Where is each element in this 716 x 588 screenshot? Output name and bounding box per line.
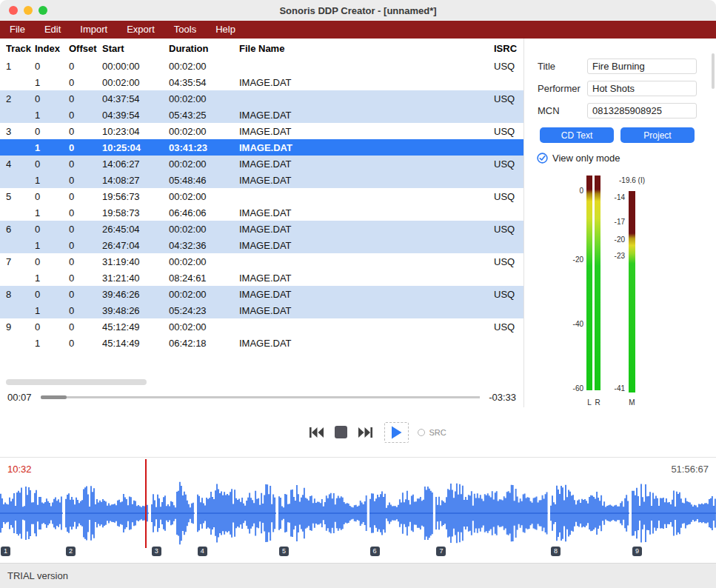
cell-offset: 0 bbox=[69, 191, 102, 202]
track-number-badge: 6 bbox=[370, 547, 380, 556]
zoom-window-button[interactable] bbox=[39, 6, 47, 15]
cell-duration: 00:02:00 bbox=[169, 224, 239, 235]
table-row[interactable]: 70031:19:4000:02:00USQ bbox=[0, 253, 523, 270]
cell-file: IMAGE.DAT bbox=[239, 224, 494, 235]
mcn-field[interactable] bbox=[587, 103, 697, 118]
cell-index: 0 bbox=[35, 61, 69, 72]
column-header-duration[interactable]: Duration bbox=[169, 43, 239, 54]
table-row[interactable]: 60026:45:0400:02:00IMAGE.DATUSQ bbox=[0, 221, 523, 237]
table-row[interactable]: 80039:46:2600:02:00IMAGE.DATUSQ bbox=[0, 286, 523, 302]
project-button[interactable]: Project bbox=[620, 127, 695, 143]
cell-start: 39:48:26 bbox=[102, 305, 169, 316]
waveform-track-segment[interactable]: 6 bbox=[369, 480, 434, 547]
cell-offset: 0 bbox=[69, 93, 102, 104]
src-label: SRC bbox=[429, 428, 446, 437]
table-row[interactable]: 1039:48:2605:24:23IMAGE.DAT bbox=[0, 302, 523, 318]
performer-field[interactable] bbox=[587, 81, 697, 96]
column-header-track[interactable]: Track bbox=[6, 43, 35, 54]
column-header-index[interactable]: Index bbox=[35, 43, 69, 54]
cell-offset: 0 bbox=[69, 273, 102, 284]
table-horizontal-scrollbar[interactable] bbox=[0, 379, 523, 387]
waveform-svg bbox=[550, 480, 629, 547]
panel-scrollbar[interactable] bbox=[712, 53, 715, 89]
mcn-label: MCN bbox=[538, 105, 587, 116]
table-row[interactable]: 20004:37:5400:02:00USQ bbox=[0, 90, 523, 107]
table-row-selected[interactable]: 1010:25:0403:41:23IMAGE.DAT bbox=[0, 139, 523, 156]
cell-index: 1 bbox=[35, 273, 69, 284]
waveform-svg bbox=[632, 480, 716, 547]
app-window: Sonoris DDP Creator - [unnamed*] FileEdi… bbox=[0, 0, 716, 588]
table-row[interactable]: 30010:23:0400:02:00IMAGE.DATUSQ bbox=[0, 123, 523, 139]
title-field[interactable] bbox=[587, 59, 697, 74]
waveform-track-segment[interactable]: 2 bbox=[65, 480, 149, 547]
table-row[interactable]: 1045:14:4906:42:18IMAGE.DAT bbox=[0, 335, 523, 351]
table-row[interactable]: 40014:06:2700:02:00IMAGE.DATUSQ bbox=[0, 156, 523, 172]
table-row[interactable]: 90045:12:4900:02:00USQ bbox=[0, 318, 523, 335]
scrollbar-thumb[interactable] bbox=[6, 379, 147, 385]
cell-start: 14:06:27 bbox=[102, 158, 169, 170]
cell-start: 19:58:73 bbox=[102, 207, 169, 218]
seek-slider[interactable] bbox=[41, 395, 481, 399]
table-empty-space bbox=[0, 351, 523, 379]
view-only-check-icon[interactable] bbox=[537, 153, 548, 164]
column-header-offset[interactable]: Offset bbox=[69, 43, 102, 54]
cell-duration: 06:42:18 bbox=[169, 338, 239, 349]
cell-isrc: USQ bbox=[494, 224, 523, 235]
waveform-track-segment[interactable]: 3 bbox=[151, 480, 195, 547]
cell-offset: 0 bbox=[69, 158, 102, 170]
table-row[interactable]: 10000:00:0000:02:00USQ bbox=[0, 58, 523, 74]
left-channel-label: L bbox=[586, 398, 592, 407]
cell-index: 0 bbox=[35, 321, 69, 333]
waveform-track-segment[interactable]: 8 bbox=[550, 480, 629, 547]
stop-button[interactable] bbox=[335, 426, 347, 438]
table-row[interactable]: 1026:47:0404:32:36IMAGE.DAT bbox=[0, 237, 523, 253]
table-row[interactable]: 50019:56:7300:02:00USQ bbox=[0, 188, 523, 204]
close-window-button[interactable] bbox=[9, 6, 18, 15]
cell-start: 39:46:26 bbox=[102, 289, 169, 300]
table-row[interactable]: 1019:58:7306:46:06IMAGE.DAT bbox=[0, 204, 523, 221]
table-row[interactable]: 1014:08:2705:48:46IMAGE.DAT bbox=[0, 172, 523, 188]
status-text: TRIAL version bbox=[7, 570, 68, 581]
waveform-track-segment[interactable]: 9 bbox=[632, 480, 716, 547]
minimize-window-button[interactable] bbox=[24, 6, 33, 15]
cell-index: 0 bbox=[35, 256, 69, 267]
menu-edit[interactable]: Edit bbox=[35, 21, 70, 39]
cell-file: IMAGE.DAT bbox=[239, 77, 494, 88]
menu-tools[interactable]: Tools bbox=[164, 21, 206, 39]
cell-track: 1 bbox=[6, 61, 35, 72]
cell-file: IMAGE.DAT bbox=[239, 175, 494, 186]
waveform-track-segment[interactable]: 1 bbox=[0, 480, 63, 547]
column-header-isrc[interactable]: ISRC bbox=[494, 43, 523, 54]
src-radio[interactable] bbox=[418, 429, 425, 436]
cell-duration: 06:46:06 bbox=[169, 207, 239, 218]
cell-index: 0 bbox=[35, 191, 69, 202]
menu-bar: FileEditImportExportToolsHelp bbox=[0, 21, 716, 39]
waveform-track-segment[interactable]: 4 bbox=[197, 480, 276, 547]
waveform-time-row: 10:32 51:56:67 bbox=[0, 458, 716, 480]
waveform-track-segment[interactable]: 7 bbox=[435, 480, 548, 547]
previous-track-button[interactable] bbox=[308, 427, 324, 438]
play-button[interactable] bbox=[384, 422, 409, 443]
cell-isrc: USQ bbox=[494, 93, 523, 104]
menu-file[interactable]: File bbox=[0, 21, 35, 39]
cell-track: 3 bbox=[6, 126, 35, 137]
cell-track: 2 bbox=[6, 93, 35, 104]
cell-start: 14:08:27 bbox=[102, 175, 169, 186]
column-header-file[interactable]: File Name bbox=[239, 43, 494, 54]
cell-duration: 00:02:00 bbox=[169, 321, 239, 333]
waveform-track-segment[interactable]: 5 bbox=[278, 480, 367, 547]
menu-help[interactable]: Help bbox=[206, 21, 245, 39]
menu-import[interactable]: Import bbox=[70, 21, 117, 39]
cell-offset: 0 bbox=[69, 321, 102, 333]
column-header-start[interactable]: Start bbox=[102, 43, 169, 54]
cell-duration: 00:02:00 bbox=[169, 191, 239, 202]
table-row[interactable]: 1031:21:4008:24:61IMAGE.DAT bbox=[0, 270, 523, 286]
table-row[interactable]: 1004:39:5405:43:25IMAGE.DAT bbox=[0, 107, 523, 123]
cd-text-button[interactable]: CD Text bbox=[540, 127, 614, 143]
transport-controls: SRC bbox=[0, 407, 716, 457]
table-row[interactable]: 1000:02:0004:35:54IMAGE.DAT bbox=[0, 74, 523, 90]
next-track-button[interactable] bbox=[358, 427, 374, 438]
cell-offset: 0 bbox=[69, 338, 102, 349]
menu-export[interactable]: Export bbox=[117, 21, 164, 39]
skip-forward-icon bbox=[358, 427, 374, 438]
